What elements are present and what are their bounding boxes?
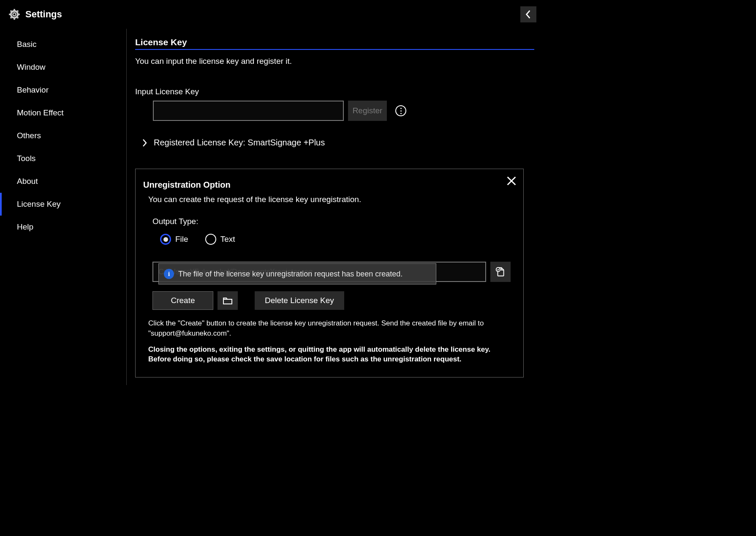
sidebar-item-window[interactable]: Window xyxy=(0,56,126,79)
register-button[interactable]: Register xyxy=(348,101,387,121)
file-path-row: i The file of the license key unregistra… xyxy=(152,262,511,282)
radio-option-text[interactable]: Text xyxy=(205,234,235,245)
file-check-icon xyxy=(495,266,506,277)
main-container: Basic Window Behavior Motion Effect Othe… xyxy=(0,29,545,385)
panel-title: Unregistration Option xyxy=(143,180,511,190)
panel-description: You can create the request of the licens… xyxy=(148,195,511,204)
section-title: License Key xyxy=(135,37,534,50)
radio-label-text: Text xyxy=(220,235,235,244)
sidebar: Basic Window Behavior Motion Effect Othe… xyxy=(0,29,127,385)
help-text: Click the "Create" button to create the … xyxy=(148,318,511,339)
sidebar-item-others[interactable]: Others xyxy=(0,124,126,147)
radio-circle-file xyxy=(160,234,171,245)
chevron-left-icon xyxy=(525,10,532,19)
header-left: Settings xyxy=(8,8,62,20)
sidebar-item-basic[interactable]: Basic xyxy=(0,33,126,56)
radio-option-file[interactable]: File xyxy=(160,234,188,245)
output-type-radio-group: File Text xyxy=(160,234,511,245)
info-menu-button[interactable] xyxy=(395,105,406,116)
radio-circle-text xyxy=(205,234,216,245)
header: Settings xyxy=(0,0,545,29)
sidebar-item-motion-effect[interactable]: Motion Effect xyxy=(0,101,126,124)
license-key-input[interactable] xyxy=(153,101,344,121)
info-icon: i xyxy=(164,269,174,279)
license-key-input-row: Register xyxy=(153,101,545,121)
warning-text: Closing the options, exiting the setting… xyxy=(148,345,511,365)
output-type-label: Output Type: xyxy=(152,217,511,226)
delete-license-key-button[interactable]: Delete License Key xyxy=(255,291,344,310)
create-button[interactable]: Create xyxy=(152,291,213,310)
page-title: Settings xyxy=(25,9,62,20)
section-description: You can input the license key and regist… xyxy=(135,57,545,66)
open-folder-button[interactable] xyxy=(218,291,238,310)
sidebar-item-tools[interactable]: Tools xyxy=(0,147,126,170)
sidebar-item-license-key[interactable]: License Key xyxy=(0,193,126,216)
registered-key-row[interactable]: Registered License Key: SmartSignage +Pl… xyxy=(140,138,545,148)
unregistration-panel: Unregistration Option You can create the… xyxy=(135,169,524,377)
folder-icon xyxy=(223,296,233,305)
back-button[interactable] xyxy=(520,6,536,22)
radio-label-file: File xyxy=(175,235,188,244)
sidebar-item-about[interactable]: About xyxy=(0,170,126,193)
input-license-key-label: Input License Key xyxy=(135,87,545,96)
content-area: License Key You can input the license ke… xyxy=(127,29,545,385)
close-icon xyxy=(506,175,517,187)
sidebar-item-behavior[interactable]: Behavior xyxy=(0,79,126,101)
file-browse-button[interactable] xyxy=(490,262,511,282)
registered-key-text: Registered License Key: SmartSignage +Pl… xyxy=(154,138,325,148)
gear-icon xyxy=(8,8,20,20)
close-panel-button[interactable] xyxy=(506,175,517,187)
sidebar-item-help[interactable]: Help xyxy=(0,216,126,238)
svg-point-2 xyxy=(13,13,16,16)
toast-notification: i The file of the license key unregistra… xyxy=(158,263,436,284)
three-dots-icon xyxy=(400,108,402,114)
toast-text: The file of the license key unregistrati… xyxy=(178,270,402,279)
chevron-right-icon xyxy=(140,139,149,147)
panel-button-row: Create Delete License Key xyxy=(152,291,511,310)
